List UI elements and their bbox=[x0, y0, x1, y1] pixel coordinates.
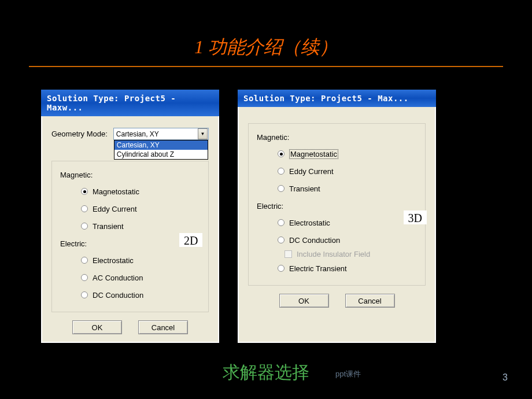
radio-ac-conduction-2d[interactable]: AC Conduction bbox=[81, 270, 200, 285]
titlebar-2d: Solution Type: Project5 - Maxw... bbox=[41, 90, 219, 116]
footer-note: ppt课件 bbox=[335, 369, 361, 379]
checkbox-icon bbox=[285, 250, 292, 258]
electric-label-3d: Electric: bbox=[257, 202, 417, 210]
combo-dropdown: Cartesian, XY Cylindrical about Z bbox=[114, 140, 208, 160]
radio-label: Transient bbox=[289, 184, 320, 193]
page-number: 3 bbox=[503, 372, 508, 383]
radio-magnetostatic-2d[interactable]: Magnetostatic bbox=[81, 184, 200, 199]
ok-button[interactable]: OK bbox=[72, 320, 122, 334]
slide-title: 1 功能介绍（续） bbox=[0, 0, 532, 65]
radio-icon bbox=[81, 291, 88, 298]
geometry-mode-label: Geometry Mode: bbox=[51, 130, 108, 138]
radio-label: Electrostatic bbox=[93, 256, 134, 265]
radio-label: Transient bbox=[93, 222, 124, 231]
radio-magnetostatic-3d[interactable]: Magnetostatic bbox=[278, 146, 417, 161]
radio-icon bbox=[278, 168, 285, 175]
dialog-body-2d: Geometry Mode: Cartesian, XY ▼ Cartesian… bbox=[41, 116, 219, 340]
title-underline bbox=[29, 66, 503, 67]
radio-icon bbox=[278, 265, 285, 272]
radio-label: DC Conduction bbox=[93, 291, 143, 300]
combo-option-cylindrical[interactable]: Cylindrical about Z bbox=[114, 150, 208, 159]
radio-label: DC Conduction bbox=[289, 236, 340, 245]
footer-caption: 求解器选择 bbox=[0, 361, 532, 385]
chevron-down-icon[interactable]: ▼ bbox=[198, 128, 208, 139]
radio-icon bbox=[81, 188, 88, 195]
radio-transient-3d[interactable]: Transient bbox=[278, 181, 417, 196]
geometry-mode-row: Geometry Mode: Cartesian, XY ▼ Cartesian… bbox=[51, 128, 209, 140]
include-insulator-checkbox: Include Insulator Field bbox=[285, 250, 417, 258]
radio-dc-conduction-2d[interactable]: DC Conduction bbox=[81, 287, 200, 302]
magnetic-label-2d: Magnetic: bbox=[60, 171, 200, 179]
checkbox-label: Include Insulator Field bbox=[297, 250, 370, 258]
cancel-button[interactable]: Cancel bbox=[345, 294, 395, 308]
radio-icon bbox=[278, 185, 285, 192]
radio-icon bbox=[81, 257, 88, 264]
solution-type-3d-dialog: Solution Type: Project5 - Max... Magneti… bbox=[237, 89, 437, 343]
radio-icon bbox=[81, 274, 88, 281]
magnetic-label-3d: Magnetic: bbox=[257, 133, 417, 142]
combo-option-cartesian[interactable]: Cartesian, XY bbox=[114, 141, 208, 150]
radio-label: AC Conduction bbox=[93, 274, 143, 282]
radio-electrostatic-2d[interactable]: Electrostatic bbox=[81, 253, 200, 268]
radio-dc-conduction-3d[interactable]: DC Conduction bbox=[278, 232, 417, 247]
radio-eddy-2d[interactable]: Eddy Current bbox=[81, 201, 200, 216]
radio-label: Electric Transient bbox=[289, 264, 347, 273]
radio-label: Eddy Current bbox=[289, 167, 334, 176]
solution-groupbox-3d: Magnetic: Magnetostatic Eddy Current Tra… bbox=[248, 123, 426, 286]
cancel-button[interactable]: Cancel bbox=[138, 320, 188, 334]
radio-eddy-3d[interactable]: Eddy Current bbox=[278, 164, 417, 179]
label-2d-patch: 2D bbox=[179, 233, 202, 247]
radio-icon bbox=[278, 219, 285, 226]
radio-transient-2d[interactable]: Transient bbox=[81, 219, 200, 234]
button-row-3d: OK Cancel bbox=[248, 294, 426, 308]
ok-button[interactable]: OK bbox=[279, 294, 329, 308]
dialogs-container: Solution Type: Project5 - Maxw... Geomet… bbox=[0, 89, 532, 343]
radio-label: Electrostatic bbox=[289, 219, 330, 227]
label-3d-patch: 3D bbox=[404, 210, 427, 224]
combo-value: Cartesian, XY bbox=[114, 130, 197, 138]
geometry-mode-combo[interactable]: Cartesian, XY ▼ Cartesian, XY Cylindrica… bbox=[113, 128, 209, 140]
radio-icon bbox=[81, 223, 88, 230]
solution-type-2d-dialog: Solution Type: Project5 - Maxw... Geomet… bbox=[40, 89, 220, 343]
radio-electrostatic-3d[interactable]: Electrostatic bbox=[278, 215, 417, 230]
radio-label: Magnetostatic bbox=[289, 149, 338, 159]
radio-icon bbox=[81, 205, 88, 212]
radio-icon bbox=[278, 150, 285, 157]
titlebar-3d: Solution Type: Project5 - Max... bbox=[238, 90, 436, 107]
radio-electric-transient-3d[interactable]: Electric Transient bbox=[278, 261, 417, 276]
radio-icon bbox=[278, 237, 285, 243]
button-row-2d: OK Cancel bbox=[51, 320, 209, 334]
radio-label: Magnetostatic bbox=[93, 187, 139, 196]
radio-label: Eddy Current bbox=[93, 205, 137, 213]
